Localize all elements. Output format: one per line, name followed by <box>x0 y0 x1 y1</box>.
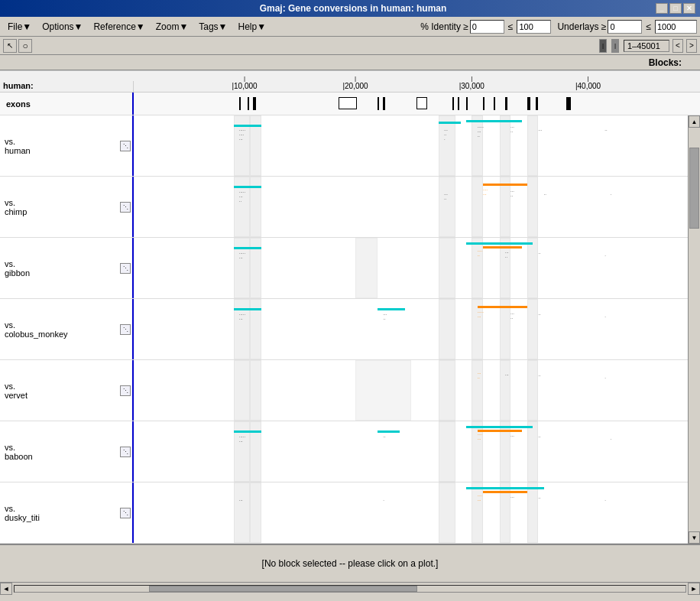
window-controls[interactable]: _ □ ✕ <box>656 3 695 14</box>
scale-tick-30k: |30,000 <box>459 75 484 90</box>
underlays-leq: ≤ <box>646 21 651 32</box>
coord-display: | | 1–45001 < > <box>599 39 697 53</box>
comp-icon-area-baboon: ⋱ <box>118 421 134 482</box>
comp-label-vervet: vs. vervet <box>0 360 118 421</box>
comp-icon-area-dusky: ⋱ <box>118 482 134 543</box>
toolbar-row: ↖ ○ | | 1–45001 < > <box>0 37 700 55</box>
row-vs-chimp: vs. chimp ⋱ ·········· ····· <box>0 177 688 238</box>
underlays-label: Underlays ≥ <box>557 21 606 32</box>
scroll-track[interactable] <box>689 128 700 531</box>
identity-label: % Identity ≥ <box>420 21 468 32</box>
comp-track-dusky[interactable]: ··· · ······· ··· ·· · <box>134 482 688 543</box>
comp-settings-dusky[interactable]: ⋱ <box>120 508 131 518</box>
underlays-min-input[interactable] <box>608 20 642 34</box>
blocks-label: Blocks: <box>649 57 685 68</box>
title-bar: Gmaj: Gene conversions in human: human _… <box>0 0 700 17</box>
close-button[interactable]: ✕ <box>683 3 695 14</box>
scroll-indicator: | <box>599 39 607 53</box>
comp-label-human: vs. human <box>0 115 118 176</box>
horizontal-scrollbar[interactable]: ◄ ► <box>0 582 700 594</box>
blocks-row: Blocks: <box>0 55 700 70</box>
scroll-up-button[interactable]: ▲ <box>689 115 700 128</box>
comp-settings-human[interactable]: ⋱ <box>120 141 131 151</box>
row-vs-dusky-titi: vs. dusky_titi ⋱ ··· · ··· <box>0 482 688 544</box>
scroll-thumb[interactable] <box>689 148 699 229</box>
scroll-down-button[interactable]: ▼ <box>689 531 700 544</box>
identity-max-input[interactable] <box>517 20 551 34</box>
h-scrollbar-thumb[interactable] <box>149 586 417 592</box>
comp-label-colobus-monkey: vs. colobus_monkey <box>0 299 118 359</box>
comp-track-baboon[interactable]: ········ ·· ······· ··· ·· · <box>134 421 688 482</box>
comp-label-chimp: vs. chimp <box>0 177 118 237</box>
scale-track: |10,000 |20,000 |30,000 |40,000 <box>134 71 688 92</box>
exons-label: exons <box>0 93 134 115</box>
row-vs-colobus-monkey: vs. colobus_monkey ⋱ ········ <box>0 299 688 360</box>
plots-rows: vs. human ⋱ <box>0 115 688 544</box>
menu-bar: File▼ Options▼ Reference▼ Zoom▼ Tags▼ He… <box>0 17 700 37</box>
scale-tick-10k: |10,000 <box>232 75 257 90</box>
identity-min-input[interactable] <box>470 20 504 34</box>
vertical-scrollbar[interactable]: ▲ ▼ <box>688 115 700 544</box>
menu-file[interactable]: File▼ <box>3 20 36 34</box>
menu-help[interactable]: Help▼ <box>234 20 271 34</box>
window-title: Gmaj: Gene conversions in human: human <box>50 3 656 14</box>
maximize-button[interactable]: □ <box>669 3 682 14</box>
menu-options[interactable]: Options▼ <box>37 20 87 34</box>
comp-track-gibbon[interactable]: ········ ······ ····· ·· · <box>134 238 688 298</box>
minimize-button[interactable]: _ <box>656 3 668 14</box>
nav-next-button[interactable]: > <box>686 39 697 53</box>
identity-leq: ≤ <box>508 21 514 32</box>
scroll-left-button[interactable]: ◄ <box>0 583 12 595</box>
scale-label: human: <box>0 81 134 92</box>
row-vs-gibbon: vs. gibbon ⋱ ········ <box>0 238 688 299</box>
comp-icon-area-human: ⋱ <box>118 115 134 176</box>
comp-settings-baboon[interactable]: ⋱ <box>120 447 131 457</box>
menu-tags[interactable]: Tags▼ <box>194 20 232 34</box>
comp-icon-area-chimp: ⋱ <box>118 177 134 237</box>
comp-settings-vervet[interactable]: ⋱ <box>120 385 131 396</box>
comp-icon-area-gibbon: ⋱ <box>118 238 134 298</box>
comp-settings-gibbon[interactable]: ⋱ <box>120 263 131 274</box>
status-message: [No block selected -- please click on a … <box>262 558 439 569</box>
circle-tool[interactable]: ○ <box>18 39 32 53</box>
comp-settings-chimp[interactable]: ⋱ <box>120 202 131 213</box>
cursor-tool[interactable]: ↖ <box>3 39 17 53</box>
row-vs-baboon: vs. baboon ⋱ ········ <box>0 421 688 482</box>
comp-icon-area-colobus: ⋱ <box>118 299 134 359</box>
coord-box: 1–45001 <box>624 40 669 52</box>
plots-container: vs. human ⋱ <box>0 115 700 544</box>
comp-settings-colobus[interactable]: ⋱ <box>120 324 131 335</box>
scroll-indicator2: | <box>611 39 619 53</box>
row-vs-vervet: vs. vervet ⋱ ····· ··· ·· · <box>0 360 688 421</box>
comp-label-dusky-titi: vs. dusky_titi <box>0 482 118 543</box>
comp-track-colobus[interactable]: ········ ····· ········ ····· ·· · <box>134 299 688 359</box>
comp-icon-area-vervet: ⋱ <box>118 360 134 421</box>
status-bar: [No block selected -- please click on a … <box>0 544 700 582</box>
scale-header: human: |10,000 |20,000 |30,000 |40,000 <box>0 71 700 93</box>
comp-label-baboon: vs. baboon <box>0 421 118 482</box>
menu-reference[interactable]: Reference▼ <box>89 20 149 34</box>
menu-zoom[interactable]: Zoom▼ <box>151 20 193 34</box>
exons-row: exons <box>0 93 700 115</box>
underlays-max-input[interactable] <box>655 20 697 34</box>
comp-track-chimp[interactable]: ·········· ····· ······· ····· ·· · <box>134 177 688 237</box>
exons-track <box>134 93 688 115</box>
scale-tick-40k: |40,000 <box>575 75 601 90</box>
comp-track-vervet[interactable]: ····· ··· ·· · <box>134 360 688 421</box>
scale-tick-20k: |20,000 <box>342 75 368 90</box>
comp-track-human[interactable]: ············ ······ ·········· ····· ···… <box>134 115 688 176</box>
comp-label-gibbon: vs. gibbon <box>0 238 118 298</box>
nav-prev-button[interactable]: < <box>672 39 683 53</box>
scroll-right-button[interactable]: ► <box>688 583 700 595</box>
row-vs-human: vs. human ⋱ <box>0 115 688 177</box>
h-scrollbar-track[interactable] <box>14 585 686 593</box>
